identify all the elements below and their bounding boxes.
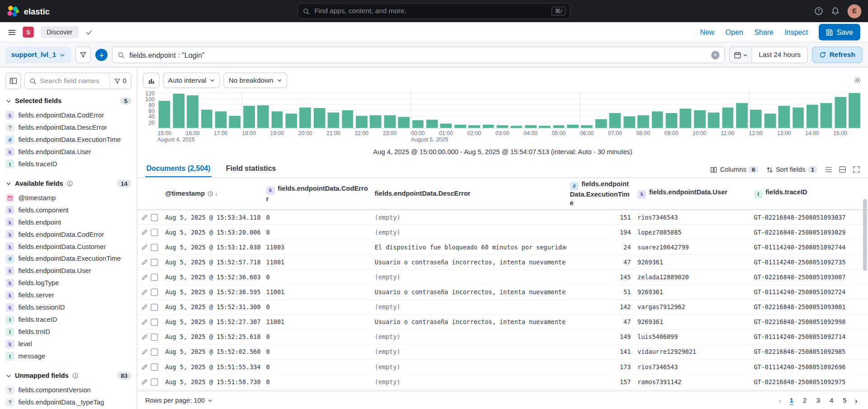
traceid-cell[interactable]: GT-01114240-2508051092735 bbox=[750, 259, 868, 266]
column-header-traceid[interactable]: tfields.traceID bbox=[750, 186, 868, 201]
descerror-cell[interactable]: (empty) bbox=[371, 273, 566, 281]
fullscreen-icon[interactable] bbox=[853, 166, 860, 174]
row-checkbox[interactable] bbox=[151, 363, 158, 371]
user-cell[interactable]: ramos7391142 bbox=[634, 378, 750, 385]
page-1[interactable]: 1 bbox=[785, 394, 797, 407]
data-view-picker[interactable]: support_lvl_1 bbox=[5, 47, 71, 63]
histogram-bar[interactable] bbox=[539, 126, 551, 128]
user-cell[interactable]: 9269361 bbox=[634, 259, 750, 266]
traceid-cell[interactable]: GT-02216848-2508051093029 bbox=[750, 229, 868, 236]
field-item[interactable]: kfields.endpointData.User bbox=[5, 265, 131, 277]
traceid-cell[interactable]: GT-01114240-2508051092714 bbox=[750, 334, 868, 341]
executiontime-cell[interactable]: 24 bbox=[566, 244, 634, 251]
timestamp-cell[interactable]: Aug 5, 2025 @ 15:52:36.603 bbox=[162, 273, 263, 281]
user-cell[interactable]: vidaurre12929021 bbox=[634, 348, 750, 356]
histogram-bar[interactable] bbox=[694, 110, 706, 128]
coderror-cell[interactable]: 11003 bbox=[263, 244, 371, 251]
histogram-bar[interactable] bbox=[159, 101, 170, 128]
coderror-cell[interactable]: 0 bbox=[263, 273, 371, 281]
executiontime-cell[interactable]: 142 bbox=[566, 304, 634, 311]
histogram-bar[interactable] bbox=[398, 117, 410, 128]
traceid-cell[interactable]: GT-01114240-2508051092724 bbox=[750, 288, 868, 296]
timestamp-cell[interactable]: Aug 5, 2025 @ 15:52:31.300 bbox=[162, 304, 263, 311]
executiontime-cell[interactable]: 51 bbox=[566, 288, 634, 296]
histogram-bar[interactable] bbox=[637, 115, 649, 128]
user-cell[interactable]: rios7346543 bbox=[634, 214, 750, 221]
traceid-cell[interactable]: GT-02216848-2508051093007 bbox=[750, 273, 868, 281]
histogram-bar[interactable] bbox=[440, 124, 452, 128]
row-checkbox[interactable] bbox=[151, 348, 158, 356]
timestamp-cell[interactable]: Aug 5, 2025 @ 15:52:57.718 bbox=[162, 259, 263, 266]
interval-select[interactable]: Auto interval bbox=[163, 73, 220, 88]
coderror-cell[interactable]: 11001 bbox=[263, 319, 371, 326]
expand-document-icon[interactable] bbox=[142, 259, 147, 265]
user-cell[interactable]: suarez10642799 bbox=[634, 244, 750, 251]
density-icon[interactable] bbox=[825, 166, 832, 174]
toggle-chart-button[interactable] bbox=[143, 73, 160, 88]
user-cell[interactable]: 9269361 bbox=[634, 319, 750, 326]
filter-menu-button[interactable] bbox=[75, 47, 91, 63]
coderror-cell[interactable]: 0 bbox=[263, 229, 371, 236]
histogram-bar[interactable] bbox=[257, 105, 269, 128]
expand-document-icon[interactable] bbox=[142, 274, 147, 280]
descerror-cell[interactable]: El dispositivo fue bloqueado 60 minutos … bbox=[371, 244, 566, 251]
timestamp-cell[interactable]: Aug 5, 2025 @ 15:53:20.006 bbox=[162, 229, 263, 236]
column-header-user[interactable]: kfields.endpointData.User bbox=[634, 186, 750, 201]
traceid-cell[interactable]: GT-02216848-2508051092985 bbox=[750, 348, 868, 356]
sidebar-collapse-button[interactable] bbox=[5, 73, 21, 89]
field-item[interactable]: ?fields.endpointData.DescError bbox=[5, 122, 131, 134]
query-input[interactable]: fields.endpoint : "Login" ✕ bbox=[112, 47, 725, 63]
page-2[interactable]: 2 bbox=[799, 394, 811, 407]
histogram-bar[interactable] bbox=[201, 109, 212, 128]
add-filter-button[interactable]: + bbox=[95, 49, 108, 61]
breadcrumb-discover[interactable]: Discover bbox=[41, 26, 79, 38]
traceid-cell[interactable]: GT-02216848-2508051092975 bbox=[750, 378, 868, 385]
time-range-button[interactable]: Last 24 hours bbox=[752, 47, 807, 62]
timestamp-cell[interactable]: Aug 5, 2025 @ 15:51:50.730 bbox=[162, 378, 263, 385]
histogram-bar[interactable] bbox=[793, 108, 804, 128]
histogram-bar[interactable] bbox=[384, 115, 396, 128]
field-item[interactable]: tmessage bbox=[5, 350, 131, 362]
histogram-bar[interactable] bbox=[187, 95, 198, 128]
executiontime-cell[interactable]: 151 bbox=[566, 214, 634, 221]
row-checkbox[interactable] bbox=[151, 259, 158, 266]
save-button[interactable]: Save bbox=[819, 24, 860, 41]
executiontime-cell[interactable]: 47 bbox=[566, 259, 634, 266]
row-checkbox[interactable] bbox=[151, 378, 158, 385]
timestamp-cell[interactable]: Aug 5, 2025 @ 15:53:12.030 bbox=[162, 244, 263, 251]
user-cell[interactable]: lopez7085885 bbox=[634, 229, 750, 236]
field-item[interactable]: tfields.traceID bbox=[5, 314, 131, 326]
histogram-bar[interactable] bbox=[778, 106, 790, 128]
descerror-cell[interactable]: (empty) bbox=[371, 378, 566, 385]
traceid-cell[interactable]: GT-01114240-2508051092696 bbox=[750, 363, 868, 371]
user-cell[interactable]: rios7346543 bbox=[634, 363, 750, 371]
page-3[interactable]: 3 bbox=[812, 394, 824, 407]
expand-document-icon[interactable] bbox=[142, 349, 147, 355]
page-4[interactable]: 4 bbox=[826, 394, 838, 407]
field-item[interactable]: kfields.endpointData.User bbox=[5, 146, 131, 158]
tab-documents[interactable]: Documents (2,504) bbox=[145, 164, 212, 177]
row-checkbox[interactable] bbox=[151, 214, 158, 221]
sort-fields-button[interactable]: Sort fields 1 bbox=[766, 166, 817, 174]
notifications-icon[interactable] bbox=[831, 7, 840, 16]
coderror-cell[interactable]: 0 bbox=[263, 304, 371, 311]
user-cell[interactable]: zelada12889020 bbox=[634, 273, 750, 281]
row-checkbox[interactable] bbox=[151, 334, 158, 341]
field-item[interactable]: kfields.logType bbox=[5, 277, 131, 289]
timestamp-cell[interactable]: Aug 5, 2025 @ 15:52:25.610 bbox=[162, 334, 263, 341]
expand-document-icon[interactable] bbox=[142, 379, 147, 385]
executiontime-cell[interactable]: 149 bbox=[566, 334, 634, 341]
timestamp-cell[interactable]: Aug 5, 2025 @ 15:52:27.307 bbox=[162, 319, 263, 326]
field-item[interactable]: ?fields.componentVersion bbox=[5, 384, 131, 396]
user-cell[interactable]: 9269361 bbox=[634, 288, 750, 296]
timestamp-cell[interactable]: Aug 5, 2025 @ 15:52:02.560 bbox=[162, 348, 263, 356]
field-item[interactable]: #fields.endpointData.ExecutionTime bbox=[5, 133, 131, 146]
field-item[interactable]: @timestamp bbox=[5, 192, 131, 204]
field-item[interactable]: tfields.trnID bbox=[5, 326, 131, 338]
histogram-bar[interactable] bbox=[553, 125, 565, 128]
global-search-input[interactable]: Find apps, content, and more. ⌘/ bbox=[297, 3, 570, 19]
field-section-toggle[interactable]: Unmapped fields83 bbox=[5, 372, 131, 380]
field-item[interactable]: kfields.endpointData.Customer bbox=[5, 240, 131, 253]
histogram-bar[interactable] bbox=[356, 116, 368, 128]
histogram-bar[interactable] bbox=[314, 108, 326, 128]
